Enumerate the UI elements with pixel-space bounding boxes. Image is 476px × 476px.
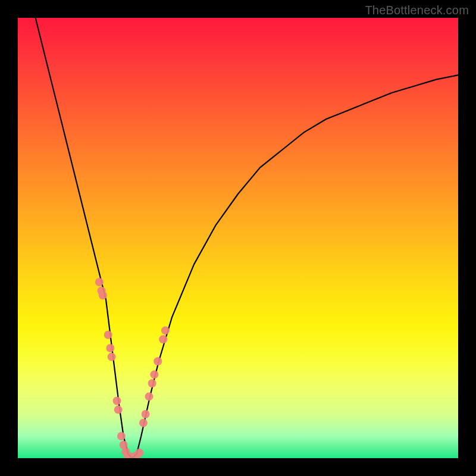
- svg-point-15: [135, 449, 143, 457]
- svg-point-7: [114, 406, 123, 414]
- plot-area: [18, 18, 458, 458]
- svg-point-11: [124, 452, 132, 458]
- svg-point-1: [98, 287, 106, 295]
- svg-point-8: [117, 432, 126, 440]
- watermark-text: TheBottleneck.com: [365, 4, 469, 17]
- svg-point-4: [106, 344, 114, 352]
- svg-point-0: [95, 278, 104, 286]
- svg-point-3: [104, 331, 112, 339]
- bottleneck-curve: [36, 18, 458, 458]
- svg-point-2: [99, 291, 107, 299]
- svg-point-18: [145, 392, 154, 400]
- svg-point-20: [150, 370, 158, 378]
- svg-point-12: [126, 453, 134, 458]
- svg-point-14: [133, 452, 141, 458]
- svg-point-21: [154, 357, 162, 365]
- svg-point-23: [161, 326, 170, 334]
- svg-point-17: [142, 410, 150, 418]
- svg-point-5: [108, 353, 116, 361]
- svg-point-16: [139, 419, 148, 427]
- svg-point-6: [113, 397, 121, 405]
- chart-svg: [18, 18, 458, 458]
- svg-point-9: [120, 441, 128, 449]
- svg-point-22: [159, 335, 167, 343]
- svg-point-13: [130, 453, 138, 458]
- svg-point-10: [121, 447, 130, 456]
- svg-point-19: [148, 379, 156, 387]
- scatter-points: [95, 278, 170, 458]
